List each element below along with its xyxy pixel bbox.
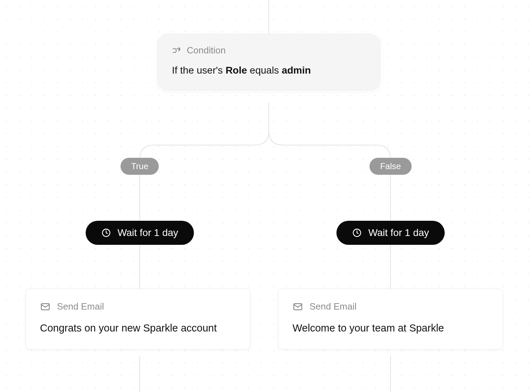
clock-icon xyxy=(101,228,111,238)
wait-node-false[interactable]: Wait for 1 day xyxy=(336,221,445,245)
clock-icon xyxy=(352,228,362,238)
workflow-canvas[interactable]: Condition If the user's Role equals admi… xyxy=(0,0,532,392)
email-false-subject: Welcome to your team at Sparkle xyxy=(293,321,488,335)
condition-prefix: If the user's xyxy=(172,65,226,76)
mail-icon xyxy=(293,301,303,312)
branch-false-label: False xyxy=(380,161,401,171)
wait-node-true[interactable]: Wait for 1 day xyxy=(86,221,194,245)
email-true-type-label: Send Email xyxy=(57,301,104,312)
wait-true-label: Wait for 1 day xyxy=(117,227,178,238)
condition-type-label: Condition xyxy=(187,45,226,56)
branch-badge-true: True xyxy=(121,158,159,175)
branch-badge-false: False xyxy=(370,158,412,175)
email-node-true[interactable]: Send Email Congrats on your new Sparkle … xyxy=(25,289,250,350)
email-true-header: Send Email xyxy=(40,301,236,312)
condition-expression: If the user's Role equals admin xyxy=(172,64,366,77)
email-false-header: Send Email xyxy=(293,301,488,312)
condition-value: admin xyxy=(282,65,311,76)
branch-true-label: True xyxy=(131,161,148,171)
condition-field: Role xyxy=(226,65,247,76)
condition-header: Condition xyxy=(172,45,366,56)
email-true-subject: Congrats on your new Sparkle account xyxy=(40,321,236,335)
wait-false-label: Wait for 1 day xyxy=(368,227,429,238)
condition-operator: equals xyxy=(247,65,282,76)
mail-icon xyxy=(40,301,51,312)
condition-node[interactable]: Condition If the user's Role equals admi… xyxy=(157,34,380,90)
email-false-type-label: Send Email xyxy=(310,301,357,312)
email-node-false[interactable]: Send Email Welcome to your team at Spark… xyxy=(278,289,503,350)
branch-icon xyxy=(172,46,181,55)
